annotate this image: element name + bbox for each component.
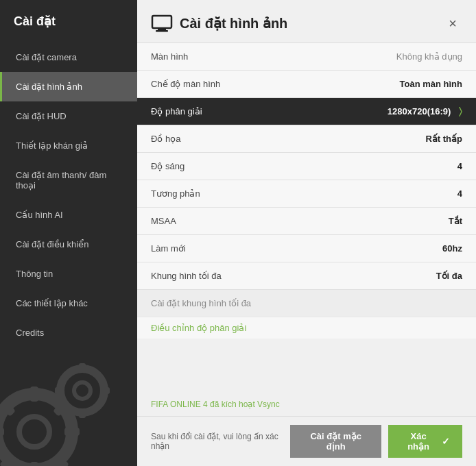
sidebar-item-label: Cài đặt điều khiển: [16, 239, 88, 249]
sidebar-item-label: Cấu hình AI: [16, 210, 63, 220]
svg-rect-5: [64, 428, 80, 436]
row-label-fps-setting: Cài đặt khung hình tối đa: [151, 298, 462, 308]
close-button[interactable]: ×: [443, 14, 462, 33]
svg-rect-2: [30, 387, 38, 402]
row-label-display-mode: Chế độ màn hình: [151, 79, 400, 89]
checkmark-icon: ✓: [442, 436, 450, 447]
sidebar-item-label: Cài đặt camera: [16, 52, 77, 62]
sidebar-item-label: Credits: [16, 328, 44, 338]
svg-point-11: [74, 382, 91, 399]
settings-row-fps-setting: Cài đặt khung hình tối đa: [137, 290, 476, 317]
row-value-monitor: Không khả dụng: [396, 51, 462, 62]
settings-table: Màn hình Không khả dụng Chế độ màn hình …: [137, 43, 476, 393]
settings-row-resolution[interactable]: Độ phân giải 1280x720(16:9) 〉: [137, 98, 476, 125]
sidebar-item-sound[interactable]: Cài đặt âm thanh/ đàm thoại: [0, 160, 137, 200]
sidebar-item-label: Cài đặt hình ảnh: [16, 82, 82, 92]
row-value-graphics: Rất thấp: [425, 134, 462, 144]
svg-rect-15: [100, 387, 110, 394]
adjust-resolution-link[interactable]: Điều chỉnh độ phân giải: [137, 317, 476, 339]
display-settings-icon: [151, 12, 173, 34]
row-value-max-fps: Tối đa: [436, 271, 462, 281]
row-label-msaa: MSAA: [151, 216, 449, 226]
sidebar-item-hud[interactable]: Cài đặt HUD: [0, 101, 137, 131]
main-panel: Cài đặt hình ảnh × Màn hình Không khả dụ…: [137, 0, 476, 466]
svg-rect-14: [55, 387, 64, 394]
row-value-brightness: 4: [457, 161, 462, 171]
svg-rect-18: [156, 30, 168, 32]
sidebar-item-info[interactable]: Thông tin: [0, 259, 137, 289]
row-label-monitor: Màn hình: [151, 51, 396, 62]
sidebar-item-camera[interactable]: Cài đặt camera: [0, 42, 137, 72]
settings-row-msaa[interactable]: MSAA Tắt: [137, 208, 476, 235]
row-value-resolution: 1280x720(16:9) 〉: [388, 106, 462, 117]
gear-decoration-icon: [0, 356, 110, 466]
header-left: Cài đặt hình ảnh: [151, 12, 287, 34]
page-title: Cài đặt hình ảnh: [180, 15, 287, 32]
row-label-max-fps: Khung hình tối đa: [151, 271, 436, 281]
settings-row-contrast[interactable]: Tương phản 4: [137, 180, 476, 208]
default-settings-button[interactable]: Cài đặt mặc định: [290, 425, 381, 458]
confirm-label: Xác nhận: [401, 431, 436, 452]
sidebar-item-credits[interactable]: Credits: [0, 318, 137, 347]
row-label-refresh: Làm mới: [151, 243, 442, 254]
svg-point-1: [19, 417, 49, 447]
row-label-contrast: Tương phản: [151, 188, 457, 199]
sidebar-item-label: Cài đặt âm thanh/ đàm thoại: [16, 170, 106, 191]
settings-row-brightness[interactable]: Độ sáng 4: [137, 153, 476, 180]
svg-rect-13: [79, 408, 86, 418]
settings-row-refresh[interactable]: Làm mới 60hz: [137, 235, 476, 262]
confirm-button[interactable]: Xác nhận ✓: [388, 425, 462, 458]
svg-rect-12: [79, 363, 86, 373]
vsync-note: FIFA ONLINE 4 đã kích hoạt Vsync: [137, 393, 476, 416]
settings-row-monitor[interactable]: Màn hình Không khả dụng: [137, 43, 476, 71]
svg-rect-4: [0, 428, 4, 436]
row-label-resolution: Độ phân giải: [151, 106, 388, 116]
footer-buttons: Cài đặt mặc định Xác nhận ✓: [290, 425, 462, 458]
footer-actions: Sau khi đổi cài đặt, vui lòng ấn xác nhậ…: [137, 416, 476, 466]
svg-rect-16: [152, 16, 171, 28]
row-value-display-mode: Toàn màn hình: [400, 79, 462, 89]
svg-rect-17: [158, 28, 166, 30]
row-value-msaa: Tắt: [449, 216, 462, 226]
sidebar-item-label: Các thiết lập khác: [16, 298, 88, 308]
sidebar-item-label: Thông tin: [16, 269, 53, 279]
sidebar-item-controls[interactable]: Cài đặt điều khiển: [0, 230, 137, 259]
sidebar-item-audience[interactable]: Thiết lập khán giả: [0, 131, 137, 160]
sidebar-item-label: Cài đặt HUD: [16, 111, 67, 121]
svg-rect-3: [30, 462, 38, 466]
settings-header: Cài đặt hình ảnh ×: [137, 0, 476, 43]
row-label-graphics: Đồ họa: [151, 134, 425, 144]
row-label-brightness: Độ sáng: [151, 161, 457, 171]
settings-row-graphics[interactable]: Đồ họa Rất thấp: [137, 125, 476, 153]
sidebar-item-ai[interactable]: Cấu hình AI: [0, 200, 137, 230]
sidebar-title: Cài đặt: [0, 7, 137, 42]
sidebar-item-display[interactable]: Cài đặt hình ảnh: [0, 72, 137, 101]
footer-hint: Sau khi đổi cài đặt, vui lòng ấn xác nhậ…: [151, 432, 290, 451]
sidebar: Cài đặt Cài đặt camera Cài đặt hình ảnh …: [0, 0, 137, 466]
chevron-right-icon: 〉: [459, 106, 462, 116]
settings-row-display-mode[interactable]: Chế độ màn hình Toàn màn hình: [137, 71, 476, 98]
row-value-refresh: 60hz: [442, 243, 462, 254]
sidebar-item-label: Thiết lập khán giả: [16, 140, 88, 151]
settings-row-max-fps[interactable]: Khung hình tối đa Tối đa: [137, 262, 476, 290]
row-value-contrast: 4: [457, 188, 462, 199]
sidebar-item-other[interactable]: Các thiết lập khác: [0, 289, 137, 318]
